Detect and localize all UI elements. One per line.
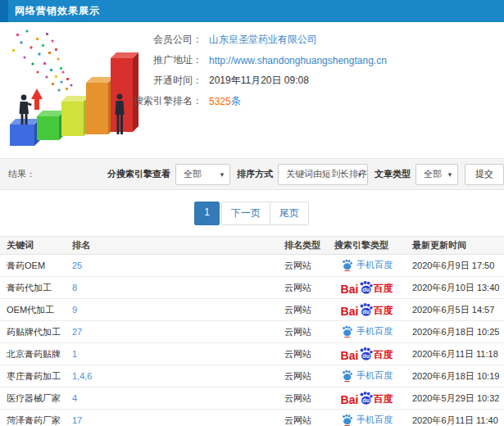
chevron-down-icon: ▼ xyxy=(219,171,225,179)
baidu-paw-icon xyxy=(341,414,353,426)
rank-link[interactable]: 8 xyxy=(72,283,77,292)
rank-cell: 8 xyxy=(66,277,278,299)
search-engine-cell: Baidu百度 xyxy=(328,343,406,365)
keyword-cell: OEM代加工 xyxy=(0,299,66,321)
rank-count-suffix: 条 xyxy=(231,94,241,108)
search-engine-cell: Baidu百度 xyxy=(328,277,406,299)
baidu-cn-text: 百度 xyxy=(373,392,393,406)
table-header-row: 关键词 排名 排名类型 搜索引擎类型 最新更新时间 xyxy=(0,237,504,255)
article-type-selected: 全部 xyxy=(424,168,442,180)
keyword-cell: 膏药代加工 xyxy=(0,277,66,299)
rank-link[interactable]: 27 xyxy=(72,327,82,337)
rank-type-cell: 云网站 xyxy=(278,255,328,277)
table-row: 菏泽膏药厂家17云网站手机百度2020年6月11日 11:40 xyxy=(0,410,504,426)
submit-button[interactable]: 提交 xyxy=(465,164,504,185)
search-engine-cell: 手机百度 xyxy=(328,410,406,426)
baidu-paw-icon xyxy=(341,259,353,271)
engine-view-selected: 全部 xyxy=(184,168,202,180)
article-type-label: 文章类型 xyxy=(375,168,411,180)
sort-label: 排序方式 xyxy=(237,168,273,180)
rank-cell: 4 xyxy=(66,387,278,410)
rank-type-cell: 云网站 xyxy=(278,321,328,343)
rank-type-cell: 云网站 xyxy=(278,365,328,387)
search-engine-cell: Baidu百度 xyxy=(328,387,406,410)
filter-bar: 结果： 分搜索引擎查看 全部 ▼ 排序方式 关键词由短到长排序 ▼ 文章类型 全… xyxy=(0,158,504,190)
last-page-button[interactable]: 尾页 xyxy=(270,202,309,225)
chevron-down-icon: ▼ xyxy=(356,171,363,179)
baidu-logo: Baidu百度 xyxy=(341,302,393,318)
info-row-open-time: 开通时间： 2019年11月20日 09:08 xyxy=(127,70,387,91)
rank-type-cell: 云网站 xyxy=(278,299,328,321)
mobile-baidu-logo: 手机百度 xyxy=(341,259,393,271)
bar-yellow xyxy=(61,96,89,136)
updated-cell: 2020年5月29日 10:32 xyxy=(406,387,504,410)
baidu-bai-text: Bai xyxy=(341,349,359,362)
keyword-cell: 膏药OEM xyxy=(0,255,66,277)
keyword-cell: 菏泽膏药厂家 xyxy=(0,410,66,426)
updated-cell: 2020年6月18日 10:25 xyxy=(406,321,504,343)
filter-controls: 分搜索引擎查看 全部 ▼ 排序方式 关键词由短到长排序 ▼ 文章类型 全部 ▼ … xyxy=(101,164,504,185)
baidu-cn-text: 百度 xyxy=(373,282,393,296)
promo-url-link[interactable]: http://www.shandonghuangshengtang.cn xyxy=(209,55,387,66)
mobile-baidu-logo: 手机百度 xyxy=(341,325,393,338)
rank-cell: 27 xyxy=(66,321,278,343)
table-row: 膏药OEM25云网站手机百度2020年6月9日 17:50 xyxy=(0,255,504,277)
baidu-logo: Baidu百度 xyxy=(341,280,393,296)
company-link[interactable]: 山东皇圣堂药业有限公司 xyxy=(209,33,317,47)
info-row-rank-count: 搜索引擎排名： 5325条 xyxy=(127,91,387,111)
rank-link[interactable]: 17 xyxy=(72,415,82,425)
rank-cell: 25 xyxy=(66,255,278,277)
baidu-paw-icon: du xyxy=(358,302,374,318)
open-time-value: 2019年11月20日 09:08 xyxy=(209,74,309,88)
svg-text:du: du xyxy=(363,352,370,360)
updated-cell: 2020年6月11日 11:18 xyxy=(406,343,504,365)
table-row: 枣庄膏药加工1,4,6云网站手机百度2020年6月18日 10:19 xyxy=(0,365,504,387)
article-type-select[interactable]: 全部 ▼ xyxy=(415,164,458,185)
rank-link[interactable]: 1 xyxy=(72,349,77,359)
baidu-logo: Baidu百度 xyxy=(341,391,393,406)
next-page-button[interactable]: 下一页 xyxy=(221,202,270,225)
baidu-bai-text: Bai xyxy=(341,393,359,406)
table-row: OEM代加工9云网站Baidu百度2020年6月5日 14:57 xyxy=(0,299,504,321)
mobile-baidu-label: 手机百度 xyxy=(356,259,393,271)
table-row: 药贴牌代加工27云网站手机百度2020年6月18日 10:25 xyxy=(0,321,504,343)
table-row: 医疗器械厂家4云网站Baidu百度2020年5月29日 10:32 xyxy=(0,387,504,410)
mobile-baidu-logo: 手机百度 xyxy=(341,414,393,426)
rank-cell: 1 xyxy=(66,343,278,365)
page-number-1[interactable]: 1 xyxy=(194,202,220,225)
open-time-label: 开通时间： xyxy=(127,74,202,88)
info-section: 会员公司： 山东皇圣堂药业有限公司 推广地址： http://www.shand… xyxy=(0,22,504,158)
col-engine-type: 搜索引擎类型 xyxy=(328,237,406,255)
rank-link[interactable]: 25 xyxy=(72,261,82,270)
rank-type-cell: 云网站 xyxy=(278,343,328,365)
rank-type-cell: 云网站 xyxy=(278,387,328,410)
keyword-cell: 枣庄膏药加工 xyxy=(0,365,66,387)
rank-count-value: 5325 xyxy=(209,96,231,107)
svg-text:du: du xyxy=(363,308,370,315)
search-engine-cell: 手机百度 xyxy=(328,365,406,387)
up-arrow-icon xyxy=(31,88,43,110)
rank-link[interactable]: 9 xyxy=(72,305,77,315)
company-label: 会员公司： xyxy=(127,33,202,47)
rank-count-label: 搜索引擎排名： xyxy=(127,94,202,108)
keyword-cell: 北京膏药贴牌 xyxy=(0,343,66,365)
engine-view-label: 分搜索引擎查看 xyxy=(107,168,170,180)
search-engine-cell: 手机百度 xyxy=(328,321,406,343)
page-title: 网络营销效果展示 xyxy=(8,4,100,18)
svg-text:du: du xyxy=(363,397,370,404)
baidu-paw-icon xyxy=(341,325,353,338)
pagination: 1 下一页 尾页 xyxy=(0,202,504,225)
keyword-cell: 医疗器械厂家 xyxy=(0,387,66,410)
rank-link[interactable]: 1,4,6 xyxy=(72,371,92,381)
rank-link[interactable]: 4 xyxy=(72,393,77,403)
baidu-cn-text: 百度 xyxy=(373,348,393,362)
updated-cell: 2020年6月11日 11:40 xyxy=(406,410,504,426)
baidu-paw-icon: du xyxy=(358,280,374,296)
search-engine-cell: 手机百度 xyxy=(328,255,406,277)
col-rank-type: 排名类型 xyxy=(278,237,328,255)
results-table: 关键词 排名 排名类型 搜索引擎类型 最新更新时间 膏药OEM25云网站手机百度… xyxy=(0,236,504,426)
rank-type-cell: 云网站 xyxy=(278,277,328,299)
sort-select[interactable]: 关键词由短到长排序 ▼ xyxy=(278,164,368,185)
engine-view-select[interactable]: 全部 ▼ xyxy=(175,164,230,185)
col-keyword: 关键词 xyxy=(0,237,66,255)
